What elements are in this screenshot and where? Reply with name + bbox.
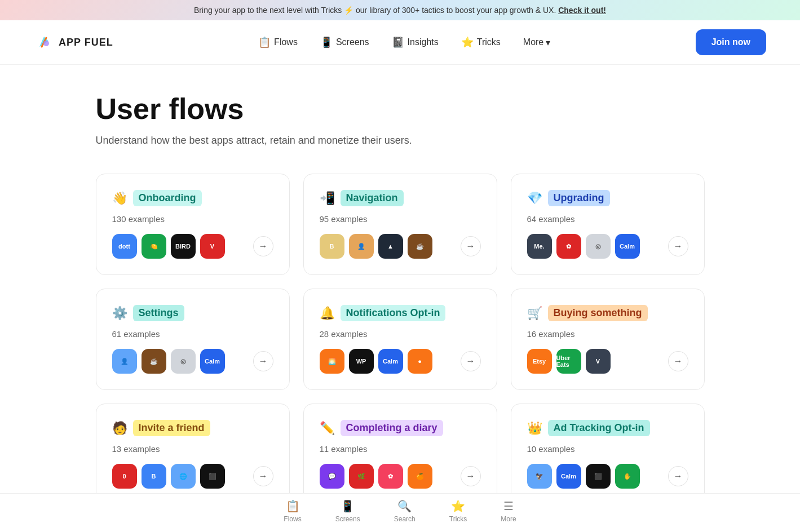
join-now-button[interactable]: Join now bbox=[696, 29, 766, 55]
arrow-button[interactable]: → bbox=[461, 351, 481, 371]
app-icon: B bbox=[142, 464, 166, 489]
nav-flows[interactable]: 📋 Flows bbox=[249, 32, 307, 53]
card-header: 🧑 Invite a friend bbox=[112, 420, 273, 436]
logo[interactable]: APP FUEL bbox=[34, 32, 113, 52]
nav-insights[interactable]: 📓 Insights bbox=[383, 32, 448, 53]
app-icon: V bbox=[200, 234, 225, 259]
bottom-nav-bar: 📋 Flows 📱 Screens 🔍 Search ⭐ Tricks ☰ Mo… bbox=[0, 493, 800, 532]
card-ad-tracking-opt-in[interactable]: 👑 Ad Tracking Opt-in 10 examples 🦅 Calm … bbox=[511, 404, 705, 505]
card-title: Upgrading bbox=[548, 190, 610, 206]
app-icon: 💬 bbox=[320, 464, 344, 489]
app-icon: ▲ bbox=[378, 234, 403, 259]
card-title: Completing a diary bbox=[341, 420, 443, 436]
card-emoji: 👋 bbox=[112, 191, 127, 206]
bottom-nav-search-nav[interactable]: 🔍 Search bbox=[394, 499, 416, 523]
bottom-nav-icon: ☰ bbox=[503, 499, 514, 513]
card-footer: 🌅 WP Calm ● → bbox=[320, 349, 481, 374]
card-count: 130 examples bbox=[112, 214, 273, 224]
card-apps: 👤 ☕ ◎ Calm bbox=[112, 349, 225, 374]
card-header: 🛒 Buying something bbox=[527, 305, 688, 321]
card-emoji: 💎 bbox=[527, 191, 542, 206]
arrow-button[interactable]: → bbox=[253, 236, 273, 256]
card-header: 👑 Ad Tracking Opt-in bbox=[527, 420, 688, 436]
banner-link[interactable]: Check it out! bbox=[558, 6, 606, 15]
card-count: 64 examples bbox=[527, 214, 688, 224]
card-count: 95 examples bbox=[320, 214, 481, 224]
bottom-nav-tricks-nav[interactable]: ⭐ Tricks bbox=[449, 499, 467, 523]
card-header: 📲 Navigation bbox=[320, 190, 481, 206]
card-emoji: ⚙️ bbox=[112, 306, 127, 321]
card-count: 16 examples bbox=[527, 329, 688, 339]
page-subtitle: Understand how the best apps attract, re… bbox=[96, 135, 705, 147]
arrow-button[interactable]: → bbox=[253, 466, 273, 486]
card-buying-something[interactable]: 🛒 Buying something 16 examples Etsy Uber… bbox=[511, 289, 705, 390]
card-emoji: 🛒 bbox=[527, 306, 542, 321]
app-icon: ◎ bbox=[171, 349, 196, 374]
arrow-button[interactable]: → bbox=[461, 466, 481, 486]
app-icon: ● bbox=[408, 349, 432, 374]
banner-text: Bring your app to the next level with Tr… bbox=[194, 6, 344, 15]
bottom-nav-label: Search bbox=[394, 515, 416, 523]
bottom-nav-screens-nav[interactable]: 📱 Screens bbox=[335, 499, 360, 523]
bottom-nav-flows-nav[interactable]: 📋 Flows bbox=[284, 499, 301, 523]
card-notifications-opt-in[interactable]: 🔔 Notifications Opt-in 28 examples 🌅 WP … bbox=[303, 289, 497, 390]
card-count: 10 examples bbox=[527, 444, 688, 454]
app-icon: 🌿 bbox=[349, 464, 374, 489]
app-icon: ◎ bbox=[586, 234, 611, 259]
card-count: 11 examples bbox=[320, 444, 481, 454]
main-nav: APP FUEL 📋 Flows 📱 Screens 📓 Insights ⭐ … bbox=[0, 20, 800, 65]
card-count: 61 examples bbox=[112, 329, 273, 339]
page-title: User flows bbox=[96, 92, 705, 126]
card-footer: 👤 ☕ ◎ Calm → bbox=[112, 349, 273, 374]
card-title: Notifications Opt-in bbox=[341, 305, 446, 321]
arrow-button[interactable]: → bbox=[668, 466, 688, 486]
app-icon: V bbox=[586, 349, 611, 374]
card-onboarding[interactable]: 👋 Onboarding 130 examples dott 🍋 BIRD V … bbox=[96, 174, 290, 275]
card-title: Invite a friend bbox=[133, 420, 210, 436]
insights-icon: 📓 bbox=[392, 36, 404, 48]
card-navigation[interactable]: 📲 Navigation 95 examples B 👤 ▲ ☕ → bbox=[303, 174, 497, 275]
app-icon: ⬛ bbox=[586, 464, 611, 489]
app-icon: ✋ bbox=[615, 464, 640, 489]
app-icon: 🦅 bbox=[527, 464, 552, 489]
banner-slash: ⚡ bbox=[344, 6, 353, 15]
bottom-nav-label: Flows bbox=[284, 515, 301, 523]
app-icon: WP bbox=[349, 349, 374, 374]
app-icon: ☕ bbox=[408, 234, 432, 259]
card-apps: dott 🍋 BIRD V bbox=[112, 234, 225, 259]
app-icon: Me. bbox=[527, 234, 552, 259]
card-header: 💎 Upgrading bbox=[527, 190, 688, 206]
bottom-nav-icon: 🔍 bbox=[397, 499, 412, 513]
main-content: User flows Understand how the best apps … bbox=[62, 65, 739, 532]
card-footer: 🦅 Calm ⬛ ✋ → bbox=[527, 464, 688, 489]
app-icon: ✿ bbox=[556, 234, 581, 259]
card-apps: 💬 🌿 ✿ 🍊 bbox=[320, 464, 432, 489]
app-icon: BIRD bbox=[171, 234, 196, 259]
card-invite-a-friend[interactable]: 🧑 Invite a friend 13 examples 0 B 🌐 ⬛ → bbox=[96, 404, 290, 505]
arrow-button[interactable]: → bbox=[668, 236, 688, 256]
app-icon: ✿ bbox=[378, 464, 403, 489]
card-title: Settings bbox=[133, 305, 184, 321]
card-footer: Me. ✿ ◎ Calm → bbox=[527, 234, 688, 259]
arrow-button[interactable]: → bbox=[668, 351, 688, 371]
chevron-down-icon: ▾ bbox=[546, 37, 550, 48]
card-settings[interactable]: ⚙️ Settings 61 examples 👤 ☕ ◎ Calm → bbox=[96, 289, 290, 390]
nav-links: 📋 Flows 📱 Screens 📓 Insights ⭐ Tricks Mo… bbox=[249, 32, 559, 53]
nav-tricks[interactable]: ⭐ Tricks bbox=[452, 32, 510, 53]
bottom-nav-icon: 📱 bbox=[341, 499, 355, 513]
arrow-button[interactable]: → bbox=[461, 236, 481, 256]
card-upgrading[interactable]: 💎 Upgrading 64 examples Me. ✿ ◎ Calm → bbox=[511, 174, 705, 275]
card-header: 👋 Onboarding bbox=[112, 190, 273, 206]
bottom-nav-more-nav[interactable]: ☰ More bbox=[501, 499, 516, 523]
app-icon: 🍊 bbox=[408, 464, 432, 489]
nav-more[interactable]: More ▾ bbox=[514, 33, 559, 52]
app-icon: 0 bbox=[112, 464, 137, 489]
nav-screens[interactable]: 📱 Screens bbox=[311, 32, 378, 53]
app-icon: 🍋 bbox=[142, 234, 166, 259]
arrow-button[interactable]: → bbox=[253, 351, 273, 371]
card-apps: 🌅 WP Calm ● bbox=[320, 349, 432, 374]
card-footer: B 👤 ▲ ☕ → bbox=[320, 234, 481, 259]
card-apps: 0 B 🌐 ⬛ bbox=[112, 464, 225, 489]
card-completing-a-diary[interactable]: ✏️ Completing a diary 11 examples 💬 🌿 ✿ … bbox=[303, 404, 497, 505]
card-apps: B 👤 ▲ ☕ bbox=[320, 234, 432, 259]
